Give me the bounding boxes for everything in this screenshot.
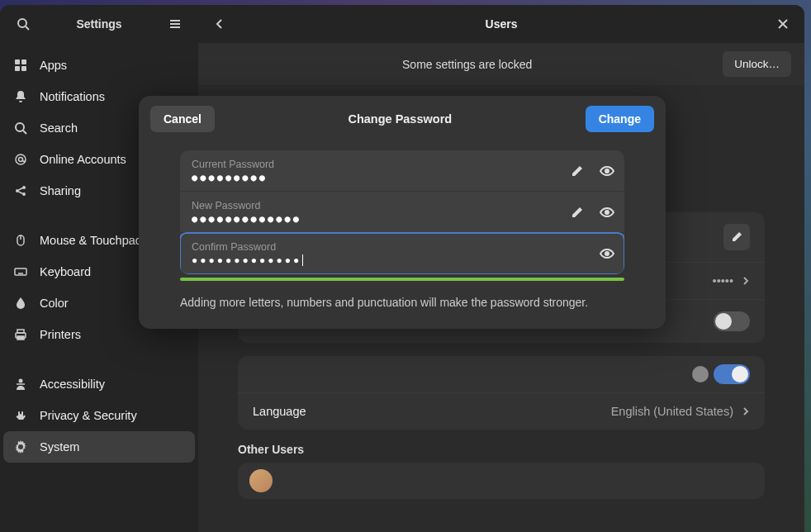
new-password-label: New Password	[192, 200, 583, 211]
edit-new-password[interactable]	[568, 203, 586, 221]
confirm-password-value: ●●●●●●●●●●●●●	[192, 254, 583, 267]
cancel-button[interactable]: Cancel	[150, 106, 215, 132]
show-new-password[interactable]	[598, 203, 616, 221]
show-confirm-password[interactable]	[598, 245, 616, 263]
pencil-icon	[571, 206, 584, 219]
new-password-field[interactable]: New Password ●●●●●●●●●●●●●	[180, 192, 624, 233]
show-current-password[interactable]	[598, 162, 616, 180]
password-strength-bar	[180, 278, 624, 281]
pencil-icon	[571, 164, 584, 178]
eye-icon	[600, 164, 614, 178]
current-password-label: Current Password	[192, 159, 583, 170]
current-password-value: ●●●●●●●●●	[192, 172, 583, 183]
change-button[interactable]: Change	[586, 106, 654, 132]
new-password-value: ●●●●●●●●●●●●●	[192, 213, 583, 225]
edit-current-password[interactable]	[568, 162, 586, 180]
strength-bar-container	[180, 278, 624, 281]
text-cursor	[302, 254, 303, 266]
password-fields: Current Password ●●●●●●●●● New Password …	[180, 150, 624, 274]
dialog-header: Cancel Change Password Change	[139, 96, 666, 142]
eye-icon	[600, 246, 614, 261]
svg-point-34	[605, 252, 609, 255]
confirm-password-field[interactable]: Confirm Password ●●●●●●●●●●●●●	[180, 233, 624, 274]
svg-point-32	[605, 169, 609, 173]
confirm-password-label: Confirm Password	[192, 241, 583, 253]
change-password-dialog: Cancel Change Password Change Current Pa…	[139, 96, 666, 329]
eye-icon	[600, 205, 614, 220]
svg-point-33	[605, 211, 609, 214]
current-password-field[interactable]: Current Password ●●●●●●●●●	[180, 150, 624, 192]
dialog-body: Current Password ●●●●●●●●● New Password …	[139, 142, 666, 309]
password-hint: Adding more letters, numbers and punctua…	[180, 296, 624, 309]
dialog-title: Change Password	[215, 112, 586, 126]
